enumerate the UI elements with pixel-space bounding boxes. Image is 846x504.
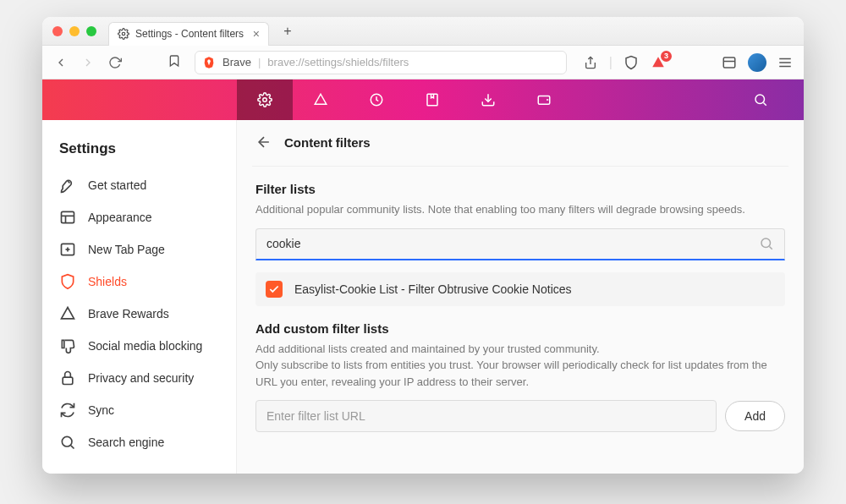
sidebar-item-appearance[interactable]: Appearance xyxy=(54,201,224,233)
back-arrow-button[interactable] xyxy=(255,134,272,151)
nav-bar: Brave | brave://settings/shields/filters… xyxy=(42,46,804,79)
window-controls xyxy=(52,26,96,36)
ribbon-history-icon[interactable] xyxy=(349,79,404,120)
profile-avatar[interactable] xyxy=(748,53,766,72)
svg-point-12 xyxy=(755,95,765,104)
filter-checkbox-checked[interactable] xyxy=(266,281,283,298)
sidebar-label: Get started xyxy=(88,178,146,193)
sidebar-label: Privacy and security xyxy=(88,371,194,386)
svg-point-21 xyxy=(62,436,72,446)
filter-lists-desc: Additional popular community lists. Note… xyxy=(255,201,785,218)
tab-title: Settings - Content filters xyxy=(135,28,244,40)
sidebar-label: Social media blocking xyxy=(88,339,202,353)
settings-sidebar: Settings Get started Appearance New Tab … xyxy=(42,120,237,474)
browser-window: Settings - Content filters × + Brave | b… xyxy=(42,17,804,474)
plus-square-icon xyxy=(59,241,76,258)
gear-icon xyxy=(118,28,129,40)
layout-icon xyxy=(59,209,76,226)
filter-result-row[interactable]: Easylist-Cookie List - Filter Obtrusive … xyxy=(255,272,785,306)
triangle-icon xyxy=(59,305,76,322)
sidebar-label: Appearance xyxy=(88,211,152,225)
sidebar-label: Search engine xyxy=(88,436,164,450)
ribbon-downloads-icon[interactable] xyxy=(460,79,516,120)
url-path: brave://settings/shields/filters xyxy=(267,56,409,68)
filter-search-input[interactable] xyxy=(266,237,750,250)
sidebar-item-privacy[interactable]: Privacy and security xyxy=(54,362,224,394)
filter-search-box[interactable] xyxy=(255,228,785,260)
close-window-button[interactable] xyxy=(52,26,63,36)
menu-icon[interactable] xyxy=(777,54,794,71)
svg-point-0 xyxy=(122,32,125,36)
custom-lists-section: Add custom filter lists Add additional l… xyxy=(252,306,788,433)
filter-lists-section: Filter lists Additional popular communit… xyxy=(252,167,788,306)
svg-point-24 xyxy=(761,238,771,248)
lock-icon xyxy=(59,370,76,386)
svg-line-13 xyxy=(763,102,766,105)
filter-lists-heading: Filter lists xyxy=(255,182,785,196)
notification-badge: 3 xyxy=(661,51,672,62)
sidebar-item-social[interactable]: Social media blocking xyxy=(54,330,224,362)
search-icon xyxy=(759,236,774,251)
ribbon-search-icon[interactable] xyxy=(733,79,788,120)
svg-rect-9 xyxy=(427,94,437,106)
brave-logo-icon xyxy=(202,56,216,69)
shield-icon xyxy=(59,273,76,290)
content-body: Settings Get started Appearance New Tab … xyxy=(42,120,804,474)
reload-button[interactable] xyxy=(107,54,124,71)
sidebar-label: New Tab Page xyxy=(88,243,165,257)
svg-rect-20 xyxy=(63,377,73,384)
reader-icon[interactable] xyxy=(721,54,738,71)
ribbon-rewards-icon[interactable] xyxy=(293,79,349,120)
sync-icon xyxy=(59,402,76,419)
shields-icon[interactable] xyxy=(623,54,640,71)
sidebar-item-shields[interactable]: Shields xyxy=(54,266,224,298)
sidebar-item-new-tab[interactable]: New Tab Page xyxy=(54,233,224,266)
main-panel: Content filters Filter lists Additional … xyxy=(237,120,804,474)
url-host: Brave xyxy=(222,56,251,68)
title-bar: Settings - Content filters × + xyxy=(42,17,804,46)
minimize-window-button[interactable] xyxy=(69,26,80,36)
forward-button[interactable] xyxy=(80,54,96,71)
svg-rect-2 xyxy=(723,58,735,68)
sidebar-item-search[interactable]: Search engine xyxy=(54,426,224,458)
address-bar[interactable]: Brave | brave://settings/shields/filters xyxy=(195,51,567,74)
filter-result-label: Easylist-Cookie List - Filter Obtrusive … xyxy=(294,282,572,296)
sidebar-label: Sync xyxy=(88,403,114,418)
rewards-icon[interactable]: 3 xyxy=(650,54,667,71)
ribbon-wallet-icon[interactable] xyxy=(516,79,572,120)
sidebar-item-get-started[interactable]: Get started xyxy=(54,169,224,201)
thumbs-down-icon xyxy=(59,337,76,354)
svg-rect-14 xyxy=(62,211,74,222)
sidebar-heading: Settings xyxy=(59,140,224,157)
custom-lists-desc: Add additional lists created and maintai… xyxy=(255,341,785,391)
add-button[interactable]: Add xyxy=(725,401,785,431)
search-icon xyxy=(59,434,76,451)
custom-lists-heading: Add custom filter lists xyxy=(255,321,785,336)
bookmark-button[interactable] xyxy=(168,54,184,71)
add-list-row: Add xyxy=(255,400,785,432)
sidebar-label: Shields xyxy=(88,275,127,289)
sidebar-item-sync[interactable]: Sync xyxy=(54,394,224,426)
svg-line-22 xyxy=(71,446,74,449)
filter-url-input[interactable] xyxy=(255,400,717,432)
page-header: Content filters xyxy=(252,120,788,167)
svg-point-7 xyxy=(263,98,267,102)
rocket-icon xyxy=(59,177,76,194)
maximize-window-button[interactable] xyxy=(86,26,96,36)
settings-ribbon xyxy=(42,79,804,120)
toolbar-right: | 3 xyxy=(582,53,794,72)
new-tab-button[interactable]: + xyxy=(277,21,298,41)
page-title: Content filters xyxy=(284,135,371,150)
ribbon-bookmarks-icon[interactable] xyxy=(404,79,460,120)
ribbon-settings-gear[interactable] xyxy=(237,79,293,120)
share-icon[interactable] xyxy=(582,54,599,71)
svg-line-25 xyxy=(769,246,772,249)
tab-close-icon[interactable]: × xyxy=(253,27,260,41)
sidebar-item-rewards[interactable]: Brave Rewards xyxy=(54,298,224,330)
sidebar-label: Brave Rewards xyxy=(88,307,169,321)
browser-tab[interactable]: Settings - Content filters × xyxy=(108,22,269,46)
back-button[interactable] xyxy=(52,54,69,71)
